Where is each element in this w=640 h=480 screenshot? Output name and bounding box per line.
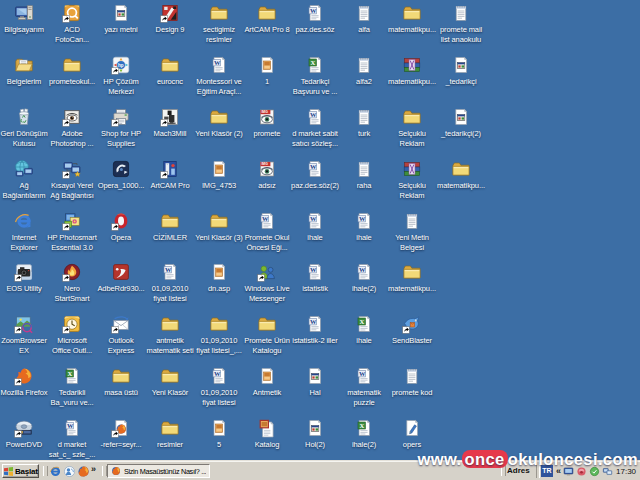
desktop-icon-1[interactable]: 1: [241, 55, 293, 87]
desktop-icon-artcam-pro[interactable]: ArtCAM Pro: [144, 159, 196, 191]
desktop-icon-raha[interactable]: raha: [338, 159, 390, 191]
desktop-icon-hol-2[interactable]: Hol(2): [289, 418, 341, 450]
desktop-icon-adobe[interactable]: Adobe Photoshop ...: [46, 107, 98, 149]
desktop-icon-opera-1000[interactable]: Opera_1000...: [95, 159, 147, 191]
desktop-icon-katalog[interactable]: Katalog: [241, 418, 293, 450]
desktop-icon-ihale[interactable]: Xihale: [338, 314, 390, 346]
desktop-icon-promete-ürün[interactable]: Promete Ürün Katalogu: [241, 314, 293, 356]
desktop-icon-matematik[interactable]: Wmatematik puzzle: [338, 366, 390, 408]
desktop-icon-resimler[interactable]: resimler: [144, 418, 196, 450]
desktop-icon-ağ[interactable]: Ağ Bağlantılarım: [0, 159, 50, 201]
desktop-icon-yeni-klasör-3[interactable]: Yeni Klasör (3): [193, 211, 245, 243]
desktop-icon-dn-asp[interactable]: dn.asp: [193, 262, 245, 294]
desktop-icon-prometeokul[interactable]: prometeokul...: [46, 55, 98, 87]
desktop-icon-label: turk: [338, 129, 390, 139]
desktop-icon-outlook[interactable]: Outlook Express: [95, 314, 147, 356]
desktop[interactable]: BilgisayarımBelgelerimGeri Dönüşüm Kutus…: [0, 0, 640, 480]
desktop-icon-matematikpu[interactable]: matematikpu...: [386, 3, 438, 35]
desktop-icon-ihale[interactable]: Wihale: [289, 211, 341, 243]
desktop-icon-matematikpu[interactable]: matematikpu...: [386, 262, 438, 294]
desktop-icon-ihale-2[interactable]: Xihale(2): [338, 418, 390, 450]
desktop-icon-01-09-2010[interactable]: W01,09,2010 fiyat listesi: [193, 366, 245, 408]
desktop-icon-d-market[interactable]: Wd market sat_c_ szle_...: [46, 418, 98, 460]
desktop-icon-hp-photosmart[interactable]: HP Photosmart Essential 3.0: [46, 211, 98, 253]
quicklaunch-firefox-icon[interactable]: [77, 465, 90, 478]
desktop-icon-promete[interactable]: IMGpromete: [241, 107, 293, 139]
desktop-icon-mach3mill[interactable]: Mach3Mill: [144, 107, 196, 139]
desktop-icon-paz-des-söz[interactable]: Wpaz.des.söz: [289, 3, 341, 35]
desktop-icon-turk[interactable]: turk: [338, 107, 390, 139]
desktop-icon-design-9[interactable]: Design 9: [144, 3, 196, 35]
desktop-icon-artcam-pro-8[interactable]: ArtCAM Pro 8: [241, 3, 293, 35]
quicklaunch-internet-explorer-icon[interactable]: [49, 465, 62, 478]
desktop-icon-istatistik[interactable]: Wistatistik: [289, 262, 341, 294]
desktop-icon-internet[interactable]: Internet Explorer: [0, 211, 50, 253]
desktop-icon-refer-seyr[interactable]: -refer=seyr...: [95, 418, 147, 450]
desktop-icon-tedarikçi-2[interactable]: _tedarikçi(2): [435, 107, 487, 139]
desktop-icon-paz-des-söz-2[interactable]: Wpaz.des.söz(2): [289, 159, 341, 191]
desktop-icon-istatistik-2-iller[interactable]: Wistatistik-2 iller: [289, 314, 341, 346]
folder-icon: [209, 211, 229, 231]
desktop-icon-matematikpu[interactable]: matematikpu...: [435, 159, 487, 191]
desktop-icon-promete-mail[interactable]: promete mail list anaokulu: [435, 3, 487, 45]
desktop-icon-acd[interactable]: ACD FotoCan...: [46, 3, 98, 45]
desktop-icon-tedarikçi[interactable]: _tedarikçi: [435, 55, 487, 87]
desktop-icon-bilgisayarım[interactable]: Bilgisayarım: [0, 3, 50, 35]
desktop-icon-yeni-metin[interactable]: Yeni Metin Belgesi: [386, 211, 438, 253]
svg-text:W: W: [310, 318, 317, 325]
desktop-icon-ihale-2[interactable]: Wihale(2): [338, 262, 390, 294]
desktop-icon-sectigimiz[interactable]: sectigimiz resimler: [193, 3, 245, 45]
desktop-icon-microsoft[interactable]: Microsoft Office Outl...: [46, 314, 98, 356]
desktop-icon-yeni-klasör[interactable]: Yeni Klasör: [144, 366, 196, 398]
desktop-icon-shop-for-hp[interactable]: Shop for HP Supplies: [95, 107, 147, 149]
desktop-icon-matematikpu[interactable]: matematikpu...: [386, 55, 438, 87]
desktop-icon-nero[interactable]: Nero StartSmart: [46, 262, 98, 304]
desktop-icon-kısayol-yerel[interactable]: Kısayol Yerel Ağ Bağlantısı: [46, 159, 98, 201]
start-button[interactable]: Başlat: [2, 464, 39, 478]
desktop-icon-powerdvd[interactable]: PowerDVD: [0, 418, 50, 450]
desktop-icon-promete-kod[interactable]: promete kod: [386, 366, 438, 398]
folder-icon: [160, 211, 180, 231]
desktop-icon-adberdr930[interactable]: AdbeRdr930...: [95, 262, 147, 294]
task-button-firefox[interactable]: Sizin Masaüstünüz Nasıl? ...: [107, 464, 210, 478]
desktop-icon-alfa[interactable]: alfa: [338, 3, 390, 35]
desktop-icon-5[interactable]: 5: [193, 418, 245, 450]
desktop-icon-windows-live[interactable]: Windows Live Messenger: [241, 262, 293, 304]
notepad-icon: [451, 3, 471, 23]
desktop-icon-yazı-metni[interactable]: yazı metni: [95, 3, 147, 35]
desktop-icon-promete-okul[interactable]: WPromete Okul Öncesi Eği...: [241, 211, 293, 253]
desktop-icon-hal[interactable]: Hal: [289, 366, 341, 398]
desktop-icon-antmetik[interactable]: Antmetik: [241, 366, 293, 398]
quicklaunch-grip[interactable]: [43, 466, 48, 476]
desktop-icon-geri-dönüşüm[interactable]: Geri Dönüşüm Kutusu: [0, 107, 50, 149]
quicklaunch-messenger-icon[interactable]: [63, 465, 76, 478]
desktop-icon-sendblaster[interactable]: SendBlaster: [386, 314, 438, 346]
desktop-icon-mozilla-firefox[interactable]: Mozilla Firefox: [0, 366, 50, 398]
desktop-icon-eos-utility[interactable]: EOS Utility: [0, 262, 50, 294]
desktop-icon-antmetik[interactable]: antmetik matematik seti: [144, 314, 196, 356]
desktop-icon-tedarikli[interactable]: XTedarikli Ba_vuru ve...: [46, 366, 98, 408]
desktop-icon-opera[interactable]: Opera: [95, 211, 147, 243]
desktop-icon-ihale[interactable]: Wihale: [338, 211, 390, 243]
desktop-icon-opers[interactable]: opers: [386, 418, 438, 450]
desktop-icon-yeni-klasör-2[interactable]: Yeni Klasör (2): [193, 107, 245, 139]
desktop-icon-alfa2[interactable]: alfa2: [338, 55, 390, 87]
desktop-icon-masa-üstü[interactable]: masa üstü: [95, 366, 147, 398]
desktop-icon-01-09-2010[interactable]: 01,09,2010 fiyat listesi_,...: [193, 314, 245, 356]
desktop-icon-label: Adobe Photoshop ...: [46, 129, 98, 149]
quicklaunch-overflow-chevron[interactable]: »: [91, 464, 96, 474]
desktop-icon-selçuklu[interactable]: Selçuklu Reklam: [386, 107, 438, 149]
desktop-icon-adsız[interactable]: IMGadsız: [241, 159, 293, 191]
desktop-icon-zoombrowser[interactable]: ZoomBrowser EX: [0, 314, 50, 356]
desktop-icon-belgelerim[interactable]: Belgelerim: [0, 55, 50, 87]
desktop-icon-01-09-2010[interactable]: W01,09,2010 fiyat listesi: [144, 262, 196, 304]
desktop-icon-ci-zi-mler[interactable]: CİZİMLER: [144, 211, 196, 243]
desktop-icon-d-market-sabit[interactable]: Wd market sabit satıcı sözleş...: [289, 107, 341, 149]
desktop-icon-label: ArtCAM Pro: [144, 181, 196, 191]
desktop-icon-img-4753[interactable]: IMG_4753: [193, 159, 245, 191]
desktop-icon-montessori-ve[interactable]: WMontessori ve Eğitim Araçl...: [193, 55, 245, 97]
desktop-icon-selçuklu[interactable]: Selçuklu Reklam: [386, 159, 438, 201]
desktop-icon-eurocnc[interactable]: eurocnc: [144, 55, 196, 87]
desktop-icon-hp-çözüm[interactable]: hpHP Çözüm Merkezi: [95, 55, 147, 97]
desktop-icon-tedarikçi[interactable]: XTedarikçi Başvuru ve ...: [289, 55, 341, 97]
